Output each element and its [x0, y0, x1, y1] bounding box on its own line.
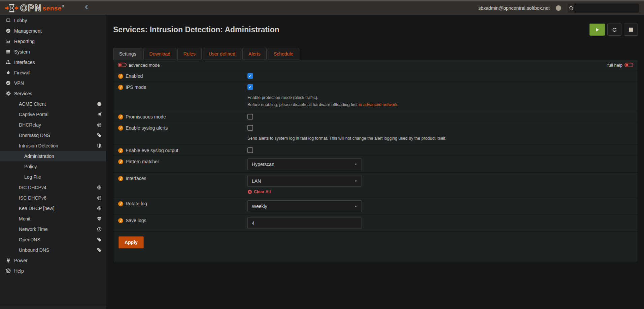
sidebar-item-acme-client[interactable]: ACME Client: [0, 99, 106, 109]
sidebar-item-policy[interactable]: Policy: [0, 161, 106, 172]
tab-download[interactable]: Download: [143, 48, 176, 60]
sidebar-item-help[interactable]: Help: [0, 266, 106, 276]
form-row-enable-eve-syslog-output: iEnable eve syslog output: [113, 145, 638, 156]
sidebar-item-label: Dnsmasq DNS: [19, 133, 50, 138]
form-row-enabled: iEnabled✓: [113, 70, 638, 81]
tab-bar: SettingsDownloadRulesUser definedAlertsS…: [113, 48, 638, 60]
info-icon: i: [118, 114, 123, 119]
play-icon: [595, 27, 600, 32]
apply-button[interactable]: Apply: [118, 236, 144, 248]
interfaces-select[interactable]: LAN: [247, 175, 362, 187]
sidebar-item-management[interactable]: Management: [0, 26, 106, 36]
tab-user-defined[interactable]: User defined: [203, 48, 241, 60]
tab-settings[interactable]: Settings: [113, 48, 142, 60]
panel-toolbar: advanced mode full help: [113, 60, 638, 70]
user-email-link[interactable]: sbxadmin@opncentral.softbox.net: [478, 5, 550, 11]
sidebar-item-services[interactable]: Services: [0, 88, 106, 99]
settings-panel: advanced mode full help iEnabled✓iIPS mo…: [113, 60, 638, 262]
search-icon[interactable]: [568, 3, 574, 13]
life-ring-icon: [5, 268, 11, 274]
sidebar-item-label: Power: [14, 258, 28, 263]
bullseye-icon: [97, 122, 102, 128]
sidebar-item-isc-dhcpv4[interactable]: ISC DHCPv4: [0, 182, 106, 193]
sidebar-item-label: Lobby: [14, 18, 27, 23]
collapse-sidebar-chevron-left-icon[interactable]: [84, 4, 91, 12]
sidebar-item-log-file[interactable]: Log File: [0, 172, 106, 182]
sidebar-item-monit[interactable]: Monit: [0, 213, 106, 224]
enable-syslog-alerts-checkbox[interactable]: [247, 125, 253, 131]
brand-text-sense: sense®: [43, 5, 65, 11]
selected-value: Weekly: [252, 204, 267, 209]
sidebar-item-label: Log File: [24, 174, 41, 180]
service-action-buttons: [589, 24, 638, 36]
sidebar-item-intrusion-detection[interactable]: Intrusion Detection: [0, 140, 106, 151]
shield-icon: [97, 143, 102, 148]
sidebar-item-isc-dhcpv6[interactable]: ISC DHCPv6: [0, 193, 106, 203]
advanced-mode-toggle[interactable]: advanced mode: [118, 63, 160, 68]
bullseye-icon: [97, 206, 102, 211]
sidebar-item-kea-dhcp-new[interactable]: Kea DHCP [new]: [0, 203, 106, 213]
tab-schedule[interactable]: Schedule: [268, 48, 299, 60]
sidebar-item-opendns[interactable]: OpenDNS: [0, 234, 106, 245]
sitemap-icon: [5, 60, 11, 65]
server-icon: [5, 49, 11, 55]
tab-rules[interactable]: Rules: [177, 48, 202, 60]
sidebar-item-network-time[interactable]: Network Time: [0, 224, 106, 234]
sidebar-item-label: Help: [14, 268, 24, 274]
sidebar-item-vpn[interactable]: VPN: [0, 78, 106, 88]
selected-value: Hyperscan: [252, 162, 274, 167]
search-box: [568, 3, 639, 13]
advanced-mode-label: advanced mode: [129, 63, 160, 68]
top-bar: OPN sense® sbxadmin@opncentral.softbox.n…: [0, 0, 644, 15]
ips-mode-checkbox[interactable]: ✓: [247, 84, 253, 90]
sidebar-item-administration[interactable]: Administration: [0, 151, 106, 161]
caret-down-icon: [354, 205, 358, 208]
sidebar-item-label: Monit: [19, 216, 30, 221]
enable-eve-syslog-output-checkbox[interactable]: [247, 147, 253, 153]
field-label: Enable syslog alerts: [126, 125, 168, 131]
sidebar-item-power[interactable]: Power: [0, 255, 106, 266]
sidebar-item-lobby[interactable]: Lobby: [0, 15, 106, 26]
sidebar-item-unbound-dns[interactable]: Unbound DNS: [0, 245, 106, 255]
sidebar-item-captive-portal[interactable]: Captive Portal: [0, 109, 106, 119]
sidebar-item-interfaces[interactable]: Interfaces: [0, 57, 106, 67]
full-help-toggle[interactable]: full help: [607, 63, 633, 68]
search-input[interactable]: [574, 3, 639, 13]
status-dot: [556, 5, 561, 11]
field-label: Promiscuous mode: [126, 114, 166, 119]
sidebar-item-label: Unbound DNS: [19, 247, 49, 253]
gear-icon: [5, 91, 11, 96]
stop-icon: [629, 28, 633, 32]
save-logs-input[interactable]: [247, 217, 362, 229]
advanced-network-link[interactable]: in advanced network.: [359, 102, 399, 107]
clock-icon: [97, 227, 102, 232]
help-text: Enable protection mode (block traffic).: [247, 94, 456, 101]
sidebar-item-system[interactable]: System: [0, 46, 106, 57]
stop-service-button[interactable]: [624, 24, 638, 36]
tag-icon: [97, 133, 102, 138]
clear-all-link[interactable]: Clear All: [247, 190, 271, 194]
sidebar-item-dhcrelay[interactable]: DHCRelay: [0, 119, 106, 130]
bullseye-icon: [97, 195, 102, 201]
form-row-rotate-log: iRotate logWeekly: [113, 198, 638, 215]
fire-icon: [5, 70, 11, 75]
restart-service-button[interactable]: [607, 24, 621, 36]
sidebar-item-label: ISC DHCPv4: [19, 185, 46, 190]
sidebar-item-label: ISC DHCPv6: [19, 195, 46, 201]
sidebar: LobbyManagementReportingSystemInterfaces…: [0, 15, 106, 309]
start-service-button[interactable]: [589, 24, 605, 36]
area-chart-icon: [5, 39, 11, 44]
pattern-matcher-select[interactable]: Hyperscan: [247, 158, 362, 170]
sidebar-item-firewall[interactable]: Firewall: [0, 67, 106, 78]
field-label: Interfaces: [126, 176, 146, 181]
sidebar-item-dnsmasq-dns[interactable]: Dnsmasq DNS: [0, 130, 106, 140]
rotate-log-select[interactable]: Weekly: [247, 200, 362, 212]
form-row-interfaces: iInterfacesLANClear All: [113, 173, 638, 198]
info-icon: i: [118, 176, 123, 181]
sidebar-item-reporting[interactable]: Reporting: [0, 36, 106, 46]
enabled-checkbox[interactable]: ✓: [247, 73, 253, 79]
plug-icon: [5, 258, 11, 263]
tab-alerts[interactable]: Alerts: [242, 48, 267, 60]
sidebar-item-label: Services: [14, 91, 32, 96]
promiscuous-mode-checkbox[interactable]: [247, 114, 253, 119]
